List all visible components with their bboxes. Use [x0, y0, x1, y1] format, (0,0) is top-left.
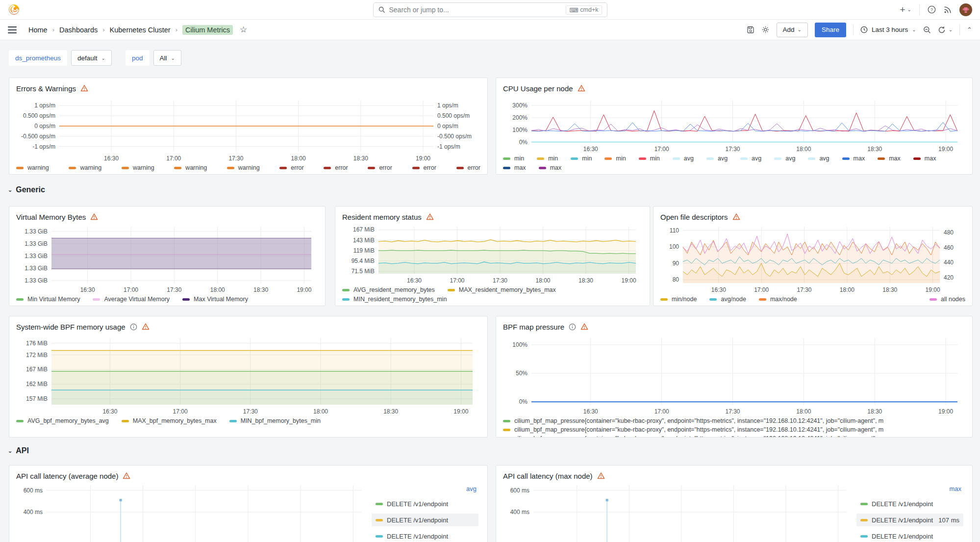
- zoom-out-icon[interactable]: [923, 26, 931, 34]
- legend-item[interactable]: error: [412, 164, 436, 171]
- legend-item[interactable]: DELETE /v1/endpoint: [856, 530, 963, 542]
- info-icon[interactable]: [569, 323, 576, 331]
- warning-icon[interactable]: [580, 323, 588, 331]
- legend-item[interactable]: MAX_bpf_memory_bytes_max: [122, 417, 217, 424]
- refresh-icon[interactable]: ⌄: [938, 26, 953, 34]
- refresh-interval-dropdown[interactable]: ⌄: [949, 27, 953, 32]
- legend-item[interactable]: min: [604, 155, 626, 162]
- variable-pod-label[interactable]: pod: [126, 50, 150, 66]
- favorite-star-icon[interactable]: ☆: [240, 25, 247, 35]
- collapse-toolbar-icon[interactable]: ⌃: [967, 26, 972, 33]
- legend-item[interactable]: avg: [706, 155, 728, 162]
- legend-item[interactable]: avg: [808, 155, 829, 162]
- panel-title[interactable]: API call latency (max node): [503, 472, 593, 480]
- panel-title[interactable]: Resident memory status: [342, 213, 422, 221]
- legend-item[interactable]: DELETE /v1/endpoint: [372, 530, 478, 542]
- chart-resident-memory[interactable]: 16:3017:0017:3018:0018:3019:00167 MiB143…: [342, 223, 643, 285]
- legend-item[interactable]: AVG_resident_memory_bytes: [342, 286, 435, 293]
- legend-item[interactable]: max: [503, 164, 526, 171]
- warning-icon[interactable]: [123, 472, 130, 480]
- legend-item[interactable]: warning: [174, 164, 207, 171]
- legend-item[interactable]: warning: [69, 164, 101, 171]
- legend-item[interactable]: avg: [673, 155, 694, 162]
- chart-api-latency-max[interactable]: 600 ms400 ms: [503, 482, 852, 542]
- legend-item[interactable]: max: [913, 155, 936, 162]
- legend-item[interactable]: avg/node: [709, 296, 746, 303]
- section-generic[interactable]: ⌄ Generic: [8, 185, 45, 194]
- search-input[interactable]: Search or jump to... ⌨ cmd+k: [373, 2, 607, 17]
- breadcrumb-current[interactable]: Cilium Metrics: [182, 25, 233, 35]
- user-avatar[interactable]: [959, 3, 972, 16]
- legend-item[interactable]: max: [878, 155, 901, 162]
- legend-item[interactable]: cilium_bpf_map_pressure{container="kube-…: [503, 426, 965, 433]
- warning-icon[interactable]: [142, 323, 150, 331]
- legend-item[interactable]: AVG_bpf_memory_bytes_avg: [16, 417, 109, 424]
- add-menu-button[interactable]: +⌄: [900, 5, 912, 14]
- panel-title[interactable]: Errors & Warnings: [16, 84, 76, 93]
- legend-calc-header[interactable]: max: [856, 485, 963, 492]
- legend-item[interactable]: min: [639, 155, 660, 162]
- chart-open-file-descriptors[interactable]: 16:3017:0017:3018:0018:3019:001101009080…: [660, 223, 965, 295]
- chart-bpf-map-pressure[interactable]: 16:3017:0017:3018:0018:3019:00100%50%0%: [503, 333, 965, 416]
- variable-pod-select[interactable]: All⌄: [153, 50, 181, 66]
- legend-item[interactable]: avg: [740, 155, 761, 162]
- help-icon[interactable]: ?: [928, 5, 936, 14]
- warning-icon[interactable]: [597, 472, 605, 480]
- warning-icon[interactable]: [732, 213, 740, 221]
- legend-item[interactable]: MAX_resident_memory_bytes_max: [448, 286, 556, 293]
- breadcrumb-folder[interactable]: Kubernetes Cluster: [110, 26, 171, 34]
- breadcrumb-dashboards[interactable]: Dashboards: [59, 26, 98, 34]
- legend-item[interactable]: warning: [227, 164, 260, 171]
- legend-item[interactable]: MIN_bpf_memory_bytes_min: [229, 417, 321, 424]
- legend-item[interactable]: Max Virtual Memory: [182, 296, 248, 303]
- warning-icon[interactable]: [80, 84, 88, 92]
- section-api[interactable]: ⌄ API: [8, 446, 29, 455]
- legend-calc-header[interactable]: avg: [372, 485, 478, 492]
- menu-toggle-icon[interactable]: [8, 26, 17, 33]
- dashboard-settings-gear-icon[interactable]: [761, 26, 770, 34]
- legend-item[interactable]: min/node: [660, 296, 697, 303]
- legend-item[interactable]: min: [503, 155, 524, 162]
- legend-item[interactable]: max: [842, 155, 865, 162]
- panel-title[interactable]: CPU Usage per node: [503, 84, 573, 93]
- grafana-logo-icon[interactable]: [8, 3, 20, 16]
- legend-item[interactable]: MIN_resident_memory_bytes_min: [342, 296, 447, 303]
- legend-item[interactable]: max: [539, 164, 562, 171]
- legend-item[interactable]: warning: [122, 164, 154, 171]
- variable-datasource-label[interactable]: ds_prometheus: [9, 50, 67, 66]
- legend-item[interactable]: min: [537, 155, 558, 162]
- legend-item[interactable]: warning: [16, 164, 49, 171]
- legend-item[interactable]: avg: [774, 155, 795, 162]
- panel-title[interactable]: Open file descriptors: [660, 213, 728, 221]
- legend-item[interactable]: error: [368, 164, 392, 171]
- legend-item[interactable]: DELETE /v1/endpoint: [372, 514, 478, 526]
- warning-icon[interactable]: [578, 84, 585, 92]
- save-dashboard-icon[interactable]: [747, 26, 754, 34]
- legend-item[interactable]: DELETE /v1/endpoint: [372, 497, 478, 510]
- legend-item[interactable]: error: [324, 164, 348, 171]
- panel-title[interactable]: Virtual Memory Bytes: [16, 213, 86, 221]
- variable-datasource-select[interactable]: default⌄: [71, 50, 112, 66]
- legend-item[interactable]: Min Virtual Memory: [16, 296, 80, 303]
- legend-item[interactable]: all nodes: [930, 296, 965, 303]
- chart-bpf-memory[interactable]: 16:3017:0017:3018:0018:3019:00176 MiB172…: [16, 333, 480, 416]
- add-panel-button[interactable]: Add⌄: [777, 23, 808, 37]
- breadcrumb-home[interactable]: Home: [28, 26, 48, 34]
- legend-item[interactable]: DELETE /v1/endpoint: [856, 497, 963, 510]
- legend-item[interactable]: error: [456, 164, 480, 171]
- info-icon[interactable]: [130, 323, 137, 331]
- panel-title[interactable]: System-wide BPF memory usage: [16, 323, 126, 331]
- legend-item[interactable]: cilium_bpf_map_pressure{container="kube-…: [503, 417, 965, 424]
- chart-errors-warnings[interactable]: 16:3017:0017:3018:0018:3019:001 ops/m0.5…: [16, 95, 480, 163]
- legend-item[interactable]: max/node: [759, 296, 797, 303]
- chart-api-latency-avg[interactable]: 600 ms400 ms: [16, 482, 367, 542]
- legend-item[interactable]: DELETE /v1/endpoint107 ms: [856, 514, 963, 526]
- warning-icon[interactable]: [426, 213, 434, 221]
- panel-title[interactable]: API call latency (average node): [16, 472, 118, 480]
- legend-item[interactable]: error: [279, 164, 303, 171]
- legend-item[interactable]: min: [571, 155, 592, 162]
- legend-item[interactable]: Average Virtual Memory: [93, 296, 170, 303]
- time-range-picker[interactable]: Last 3 hours ⌄: [860, 26, 916, 33]
- share-button[interactable]: Share: [815, 23, 846, 37]
- news-rss-icon[interactable]: [944, 6, 952, 14]
